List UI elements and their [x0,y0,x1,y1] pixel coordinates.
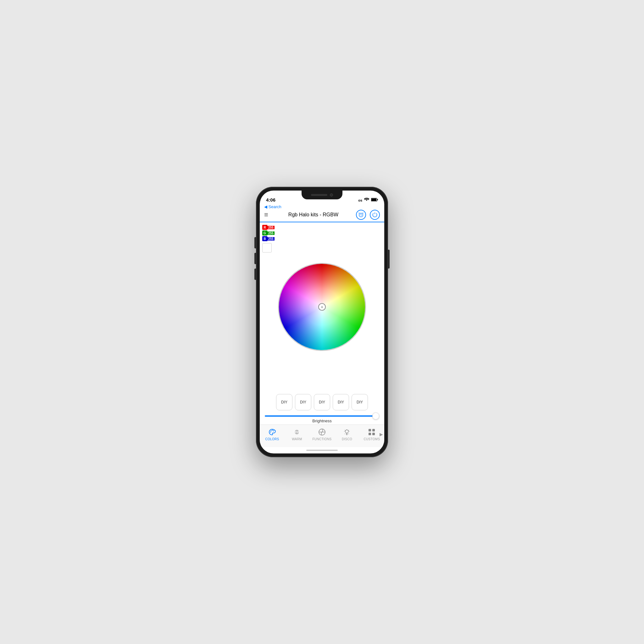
wifi-icon [364,198,369,203]
camera [330,193,333,197]
nav-title: Rgb Halo kits - RGBW [271,212,356,218]
b-value: 255 [267,237,275,241]
cursor-symbol: + [321,304,323,309]
tab-warm[interactable]: WW WARM [287,428,306,441]
brightness-container: Brightness [260,413,384,425]
diy-button-2[interactable]: DIY [295,394,311,410]
brightness-label: Brightness [265,419,379,423]
home-bar [306,450,338,451]
phone-frame: 4:06 os ◀ Search ≡ Rgb Halo kits - RGBW [256,187,388,457]
diy-button-4[interactable]: DIY [333,394,349,410]
home-indicator [260,447,384,453]
tab-customs-label: CUSTOMS [364,437,380,441]
tab-functions-label: FUNCTIONS [312,437,331,441]
tab-colors-label: COLORS [265,437,279,441]
svg-rect-1 [371,198,376,201]
customs-icon [367,428,376,436]
svg-rect-15 [372,429,375,431]
g-label: G 255 [262,230,275,236]
status-time: 4:06 [266,197,275,203]
g-value: 255 [267,231,275,235]
power-button[interactable] [370,210,380,220]
rgb-labels: R 255 G 255 B 255 [262,225,275,253]
tab-scroll-arrow: ▶ [380,432,383,437]
r-value: 255 [267,226,275,229]
warm-icon: WW [292,428,301,436]
diy-button-1[interactable]: DIY [276,394,292,410]
status-icons: os [358,198,378,203]
tab-warm-label: WARM [292,437,302,441]
b-letter: B [262,236,267,241]
svg-point-6 [272,430,273,430]
tab-disco-label: DISCO [342,437,352,441]
tab-functions[interactable]: FUNCTIONS [312,428,331,441]
svg-rect-17 [372,433,375,435]
menu-button[interactable]: ≡ [264,211,268,219]
brightness-slider-thumb[interactable] [372,413,379,419]
tab-bar: COLORS WW WARM [260,425,384,447]
svg-point-7 [273,430,274,431]
nav-bar: ≡ Rgb Halo kits - RGBW [260,210,384,222]
nav-actions [356,210,380,220]
tab-disco[interactable]: DISCO [337,428,356,441]
carrier-label: os [358,198,362,202]
functions-icon [318,428,326,436]
brightness-slider-track[interactable] [265,415,379,417]
svg-point-4 [270,431,271,432]
color-wheel[interactable]: + [278,263,366,351]
diy-button-5[interactable]: DIY [352,394,368,410]
tab-customs[interactable]: CUSTOMS [362,428,381,441]
color-preview [262,243,272,253]
b-label: B 255 [262,236,275,241]
g-letter: G [262,230,267,236]
content-area: R 255 G 255 B 255 [260,222,384,425]
svg-rect-14 [369,429,371,431]
diy-row: DIY DIY DIY DIY DIY [260,391,384,413]
r-letter: R [262,225,267,230]
tab-colors[interactable]: COLORS [263,428,281,441]
svg-point-12 [345,430,348,433]
color-wheel-container[interactable]: + [260,222,384,391]
svg-rect-2 [377,199,378,200]
notch [302,191,342,199]
back-button[interactable]: ◀ Search [264,204,380,209]
battery-icon [371,198,378,203]
alarm-button[interactable] [356,210,366,220]
back-label: ◀ Search [264,204,281,209]
colors-icon [268,428,276,436]
svg-text:WW: WW [294,430,300,434]
r-label: R 255 [262,225,275,230]
diy-button-3[interactable]: DIY [314,394,330,410]
svg-rect-16 [369,433,371,435]
speaker [311,194,327,196]
svg-point-5 [271,430,272,431]
color-wheel-cursor: + [318,303,326,311]
disco-icon [342,428,351,436]
phone-screen: 4:06 os ◀ Search ≡ Rgb Halo kits - RGBW [260,191,384,453]
